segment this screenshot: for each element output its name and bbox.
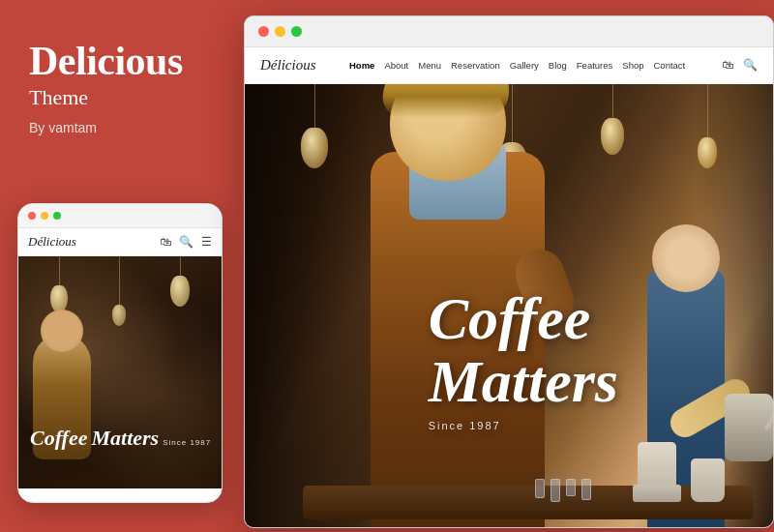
bar-counter: [303, 486, 754, 519]
mobile-light-2: [112, 256, 126, 326]
hero-text-overlay: Coffee Matters Since 1987: [429, 287, 618, 432]
mobile-cord-1: [59, 256, 60, 285]
glass-4: [581, 479, 591, 500]
cord-line-4: [612, 84, 613, 118]
mobile-hero-line2: Matters: [91, 426, 159, 450]
nav-link-gallery[interactable]: Gallery: [510, 60, 539, 71]
mobile-since: Since 1987: [163, 438, 211, 447]
glass-2: [551, 479, 560, 502]
mobile-traffic-lights: [18, 204, 222, 228]
nav-link-contact[interactable]: Contact: [654, 60, 686, 71]
nav-link-about[interactable]: About: [384, 60, 408, 71]
hero-line2: Matters: [429, 350, 618, 413]
mobile-nav-icons: 🛍 🔍 ☰: [160, 235, 212, 250]
nav-link-home[interactable]: Home: [349, 60, 374, 71]
nav-link-features[interactable]: Features: [577, 60, 613, 71]
mobile-dot-yellow: [41, 212, 48, 220]
search-icon[interactable]: 🔍: [743, 58, 758, 73]
mobile-cart-icon: 🛍: [160, 235, 171, 250]
hero-hands-person: [667, 307, 773, 481]
browser-dot-green: [291, 26, 302, 37]
kettle-right: [691, 458, 725, 502]
light-cord-5: [698, 84, 717, 168]
bulb-4: [601, 118, 624, 155]
mobile-hero: Coffee Matters Since 1987: [18, 256, 222, 488]
mobile-mockup: Délicious 🛍 🔍 ☰: [17, 203, 223, 503]
main-title: Delicious: [29, 39, 211, 83]
coffee-dripper: [638, 442, 676, 490]
glass-1: [535, 479, 545, 498]
mobile-hero-text: Coffee Matters Since 1987: [30, 427, 211, 450]
right-person-head: [652, 224, 720, 292]
mobile-bulb-3: [170, 276, 190, 307]
browser-dot-yellow: [275, 26, 285, 37]
theme-label: Theme: [29, 85, 211, 110]
hero-line1: Coffee: [429, 287, 618, 350]
counter-glasses: [535, 479, 591, 502]
mobile-logo: Délicious: [28, 234, 76, 250]
nav-link-blog[interactable]: Blog: [549, 60, 567, 71]
mobile-bulb-1: [50, 285, 68, 312]
person-hair: [381, 84, 514, 118]
left-panel: Delicious Theme By vamtam Délicious 🛍 🔍 …: [0, 0, 240, 532]
bulb-1: [301, 128, 328, 168]
browser-nav: Délicious Home About Menu Reservation Ga…: [245, 47, 773, 84]
mobile-cord-2: [119, 256, 120, 305]
browser-traffic-lights: [245, 16, 773, 47]
glass-3: [566, 479, 576, 496]
light-cord-4: [601, 84, 624, 155]
cord-line-5: [707, 84, 708, 137]
browser-nav-right: 🛍 🔍: [722, 58, 758, 73]
mobile-menu-icon: ☰: [201, 235, 212, 250]
mobile-dot-red: [28, 212, 36, 220]
mobile-hero-line1: Coffee: [30, 426, 87, 450]
browser-hero: Coffee Matters Since 1987: [245, 84, 773, 528]
light-cord-1: [301, 84, 328, 168]
mobile-bulb-2: [112, 305, 126, 326]
mobile-dot-green: [53, 212, 61, 220]
hero-since: Since 1987: [429, 421, 618, 432]
mobile-nav: Délicious 🛍 🔍 ☰: [18, 228, 222, 256]
coffee-base: [633, 485, 681, 502]
browser-mockup: Délicious Home About Menu Reservation Ga…: [244, 15, 774, 528]
browser-logo: Délicious: [260, 57, 338, 74]
mobile-light-3: [170, 256, 190, 326]
browser-dot-red: [258, 26, 269, 37]
browser-nav-links: Home About Menu Reservation Gallery Blog…: [349, 60, 710, 71]
nav-link-menu[interactable]: Menu: [418, 60, 441, 71]
nav-link-shop[interactable]: Shop: [622, 60, 643, 71]
bulb-5: [698, 137, 717, 168]
cord-line-1: [314, 84, 315, 128]
cart-icon[interactable]: 🛍: [722, 58, 733, 73]
nav-link-reservation[interactable]: Reservation: [451, 60, 500, 71]
mobile-search-icon: 🔍: [179, 235, 194, 250]
mobile-cord-3: [180, 256, 181, 276]
author-label: By vamtam: [29, 120, 211, 135]
